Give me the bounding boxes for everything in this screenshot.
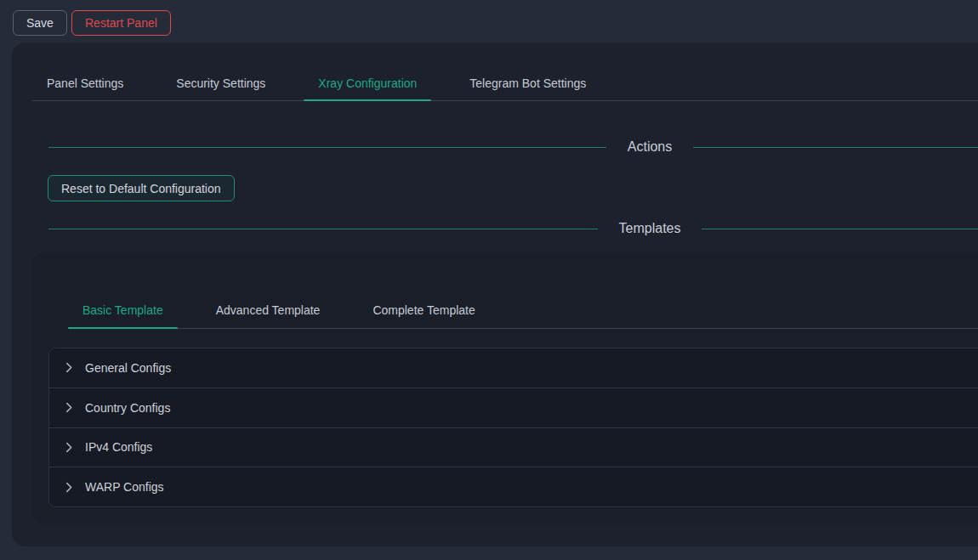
collapse-country-configs[interactable]: Country Configs [49, 387, 978, 427]
chevron-right-icon [64, 482, 75, 493]
chevron-right-icon [64, 402, 75, 413]
templates-divider-label: Templates [619, 221, 681, 236]
collapse-warp-configs[interactable]: WARP Configs [49, 467, 978, 506]
collapse-label: IPv4 Configs [85, 440, 152, 454]
tab-panel-settings[interactable]: Panel Settings [32, 66, 138, 100]
collapse-label: WARP Configs [85, 480, 164, 494]
collapse-ipv4-configs[interactable]: IPv4 Configs [49, 427, 978, 467]
settings-tabbar: Panel Settings Security Settings Xray Co… [32, 66, 978, 101]
top-action-bar: Save Restart Panel [0, 0, 978, 42]
collapse-general-configs[interactable]: General Configs [49, 348, 978, 387]
settings-card: Panel Settings Security Settings Xray Co… [12, 42, 978, 546]
config-collapse-group: General Configs Country Configs [48, 348, 978, 507]
actions-divider-label: Actions [628, 139, 672, 155]
tab-xray-configuration[interactable]: Xray Configuration [304, 66, 431, 100]
tab-basic-template[interactable]: Basic Template [68, 292, 178, 328]
tab-complete-template[interactable]: Complete Template [358, 292, 489, 328]
chevron-right-icon [64, 442, 75, 453]
tab-telegram-bot-settings[interactable]: Telegram Bot Settings [455, 66, 600, 100]
templates-tabbar: Basic Template Advanced Template Complet… [68, 292, 978, 329]
tab-security-settings[interactable]: Security Settings [162, 66, 280, 100]
chevron-right-icon [64, 362, 75, 373]
restart-panel-button[interactable]: Restart Panel [71, 10, 171, 36]
reset-to-default-button[interactable]: Reset to Default Configuration [48, 175, 235, 201]
collapse-label: General Configs [85, 361, 171, 375]
actions-divider: Actions [48, 138, 978, 156]
tab-advanced-template[interactable]: Advanced Template [202, 292, 335, 328]
templates-divider: Templates [48, 219, 978, 238]
xray-settings-page: Save Restart Panel Panel Settings Securi… [0, 0, 978, 560]
templates-card: Basic Template Advanced Template Complet… [31, 252, 978, 524]
save-button[interactable]: Save [13, 10, 67, 36]
collapse-label: Country Configs [85, 401, 170, 415]
